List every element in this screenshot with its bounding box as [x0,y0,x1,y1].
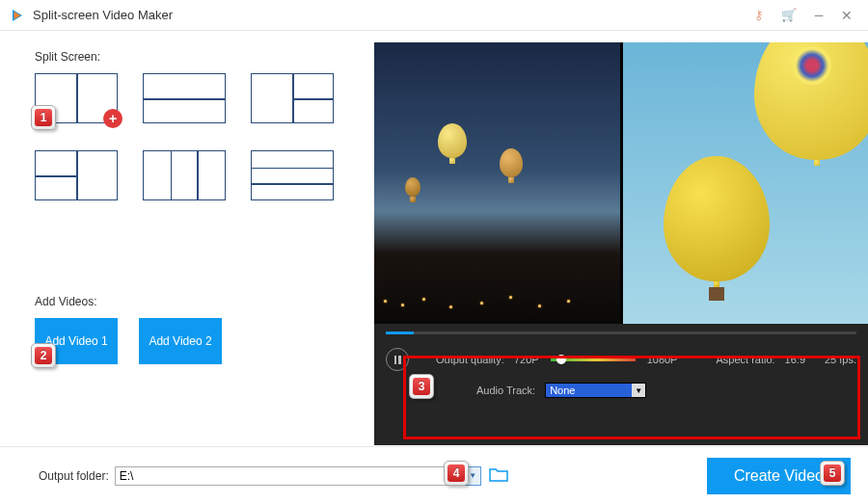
quality-slider[interactable] [551,358,636,361]
balloon-basket [709,287,724,301]
left-panel: Split Screen: + [0,31,374,445]
quality-1080p: 1080P [647,354,678,365]
footer: Output folder: ▼ Create Video [0,446,868,504]
template-3-vertical[interactable] [143,150,226,200]
ground-lights [374,287,620,316]
minimize-button[interactable]: ‒ [814,6,824,24]
progress-fill [386,332,414,334]
balloon-graphic [405,177,420,197]
balloon-graphic [754,42,868,160]
close-button[interactable]: ✕ [841,8,853,23]
add-video-2-button[interactable]: Add Video 2 [139,318,222,364]
main-area: Split Screen: + [0,31,868,445]
app-title: Split-screen Video Maker [33,8,173,22]
template-3-right-split[interactable] [251,73,334,123]
add-template-icon[interactable]: + [103,109,122,128]
output-folder-label: Output folder: [39,469,109,483]
folder-dropdown-button[interactable]: ▼ [466,466,481,486]
folder-icon[interactable] [489,466,508,486]
template-2-vertical[interactable]: + [35,73,118,123]
video-preview [374,42,868,324]
titlebar: Split-screen Video Maker ⚷ 🛒 ‒ ✕ [0,0,868,31]
quality-720p: 720P [514,354,539,365]
output-quality-label: Output quality: [436,354,504,365]
balloon-graphic [500,148,523,177]
fps-value: 25 fps. [825,354,856,365]
app-logo-icon [10,8,25,23]
progress-bar[interactable] [386,332,856,334]
chevron-down-icon[interactable]: ▼ [632,384,645,397]
output-folder-input[interactable] [115,466,466,486]
create-video-button[interactable]: Create Video [707,458,851,494]
add-video-1-button[interactable]: Add Video 1 [35,318,118,364]
split-screen-label: Split Screen: [35,50,368,64]
audio-track-value: None [550,385,575,396]
cart-icon[interactable]: 🛒 [781,8,797,22]
slider-thumb[interactable] [556,355,566,364]
preview-pane-left [374,42,620,324]
balloon-pattern [793,46,831,85]
balloon-graphic [438,123,467,158]
audio-track-label: Audio Track: [476,385,535,396]
template-grid: + [35,73,368,204]
right-panel: Output quality: 720P 1080P Aspect ratio:… [374,31,868,445]
controls-panel: Output quality: 720P 1080P Aspect ratio:… [374,324,868,445]
template-3-left-split[interactable] [35,150,118,200]
pause-button[interactable] [386,348,409,371]
template-2-horizontal[interactable] [143,73,226,123]
preview-pane-right [623,42,869,324]
add-videos-label: Add Videos: [35,295,368,308]
aspect-ratio-value: 16:9 [785,354,805,365]
audio-track-select[interactable]: None ▼ [545,383,646,398]
template-3-horizontal[interactable] [251,150,334,200]
balloon-graphic [664,156,770,281]
aspect-ratio-label: Aspect ratio: [716,354,774,365]
key-icon[interactable]: ⚷ [754,8,764,22]
